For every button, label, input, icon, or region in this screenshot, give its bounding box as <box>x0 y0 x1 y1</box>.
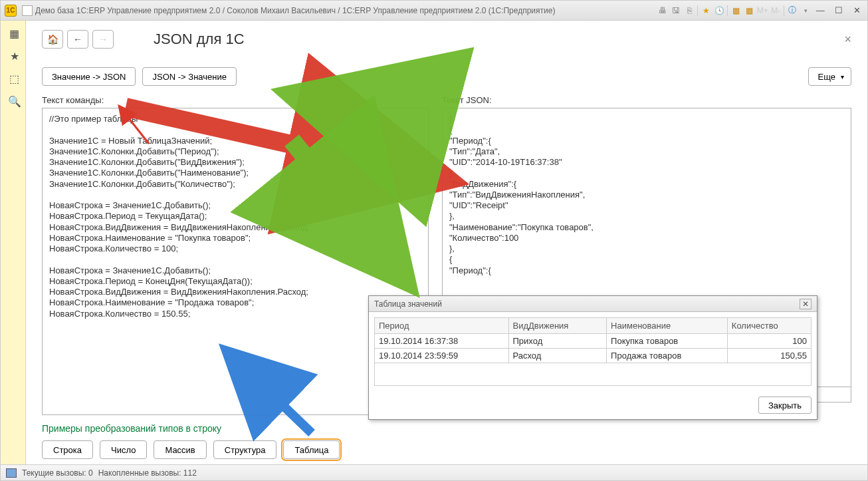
values-table: Период ВидДвижения Наименование Количест… <box>374 317 812 363</box>
favorites-icon[interactable]: ★ <box>7 49 22 63</box>
popup-title: Таблица значений <box>374 299 442 309</box>
popup-close-icon[interactable]: ✕ <box>800 299 812 309</box>
table-header-row: Период ВидДвижения Наименование Количест… <box>375 318 812 334</box>
favorite-icon[interactable]: ★ <box>701 5 711 16</box>
nav-history: ← → <box>67 30 114 49</box>
top-row: 🏠 ← → JSON для 1С × <box>42 30 851 49</box>
json-text-label: Текст JSON: <box>442 95 851 105</box>
copy-icon[interactable]: ⎘ <box>684 5 695 16</box>
actions-row: Значение -> JSON JSON -> Значение Еще <box>42 67 851 86</box>
window-controls: — ☐ ✕ <box>811 5 863 16</box>
m-minus-icon[interactable]: M- <box>770 5 781 16</box>
side-toolbar: ▦ ★ ⬚ 🔍 <box>1 21 26 464</box>
calculator-icon[interactable]: ▦ <box>730 5 741 16</box>
back-button[interactable]: ← <box>67 30 88 49</box>
more-button[interactable]: Еще <box>808 67 851 86</box>
page-title: JSON для 1С <box>154 31 245 48</box>
td-name: Продажа товаров <box>607 349 728 363</box>
example-string-button[interactable]: Строка <box>42 440 93 459</box>
sections-icon[interactable]: ▦ <box>7 26 22 41</box>
status-accumulated-calls: Накопленные вызовы: 112 <box>98 468 197 478</box>
th-qty[interactable]: Количество <box>727 318 811 334</box>
search-icon[interactable]: 🔍 <box>7 94 22 108</box>
minimize-icon[interactable]: — <box>814 5 827 16</box>
info-dropdown-icon[interactable]: ▾ <box>800 5 811 16</box>
calendar-icon[interactable]: ▦ <box>744 5 754 16</box>
th-name[interactable]: Наименование <box>607 318 728 334</box>
save-icon[interactable]: 🖫 <box>671 5 681 16</box>
history-side-icon[interactable]: ⬚ <box>7 71 22 86</box>
td-kind: Приход <box>508 334 607 349</box>
system-toolbar: 🖶 🖫 ⎘ ★ 🕓 ▦ ▦ M+ M- ⓘ ▾ <box>657 5 811 16</box>
popup-close-button[interactable]: Закрыть <box>758 397 812 414</box>
window-dropdown-icon[interactable] <box>22 5 33 16</box>
history-icon[interactable]: 🕓 <box>714 5 724 16</box>
td-period: 19.10.2014 23:59:59 <box>375 349 509 363</box>
value-to-json-button[interactable]: Значение -> JSON <box>42 67 136 86</box>
example-struct-button[interactable]: Структура <box>213 440 277 459</box>
print-icon[interactable]: 🖶 <box>657 5 668 16</box>
popup-header[interactable]: Таблица значений ✕ <box>369 296 817 312</box>
examples-title: Примеры преобразований типов в строку <box>42 423 429 434</box>
statusbar: Текущие вызовы: 0 Накопленные вызовы: 11… <box>1 464 867 480</box>
table-popup: Таблица значений ✕ Период ВидДвижения На… <box>368 295 817 420</box>
app-logo-icon: 1C <box>5 5 17 17</box>
forward-button[interactable]: → <box>92 30 114 49</box>
td-qty: 100 <box>727 334 811 349</box>
status-current-calls: Текущие вызовы: 0 <box>22 468 93 478</box>
example-number-button[interactable]: Число <box>100 440 147 459</box>
m-plus-icon[interactable]: M+ <box>757 5 768 16</box>
info-icon[interactable]: ⓘ <box>787 5 798 16</box>
home-button[interactable]: 🏠 <box>42 30 63 49</box>
body-area: ▦ ★ ⬚ 🔍 🏠 ← → JSON для 1С × Значение -> … <box>1 21 867 464</box>
main-content: 🏠 ← → JSON для 1С × Значение -> JSON JSO… <box>26 21 867 464</box>
maximize-icon[interactable]: ☐ <box>832 5 845 16</box>
td-name: Покупка товаров <box>607 334 728 349</box>
nav-buttons: 🏠 <box>42 30 63 49</box>
example-array-button[interactable]: Массив <box>154 440 206 459</box>
table-row[interactable]: 19.10.2014 16:37:38 Приход Покупка товар… <box>375 334 812 349</box>
window-title: Демо база 1С:ERP Управление предприятием… <box>35 6 555 15</box>
command-text-label: Текст команды: <box>42 95 429 105</box>
td-kind: Расход <box>508 349 607 363</box>
json-to-value-button[interactable]: JSON -> Значение <box>142 67 236 86</box>
examples-row: Строка Число Массив Структура Таблица <box>42 440 429 459</box>
td-period: 19.10.2014 16:37:38 <box>375 334 509 349</box>
th-period[interactable]: Период <box>375 318 509 334</box>
close-icon[interactable]: ✕ <box>850 5 863 16</box>
popup-footer: Закрыть <box>369 391 817 419</box>
example-table-button[interactable]: Таблица <box>283 440 340 459</box>
page-close-icon[interactable]: × <box>844 33 851 47</box>
popup-body: Период ВидДвижения Наименование Количест… <box>369 312 817 391</box>
app-window: 1C Демо база 1С:ERP Управление предприят… <box>0 0 868 481</box>
td-qty: 150,55 <box>727 349 811 363</box>
table-empty-area <box>374 363 812 386</box>
titlebar: 1C Демо база 1С:ERP Управление предприят… <box>1 1 867 21</box>
statusbar-icon[interactable] <box>6 468 17 478</box>
th-kind[interactable]: ВидДвижения <box>508 318 607 334</box>
table-row[interactable]: 19.10.2014 23:59:59 Расход Продажа товар… <box>375 349 812 363</box>
